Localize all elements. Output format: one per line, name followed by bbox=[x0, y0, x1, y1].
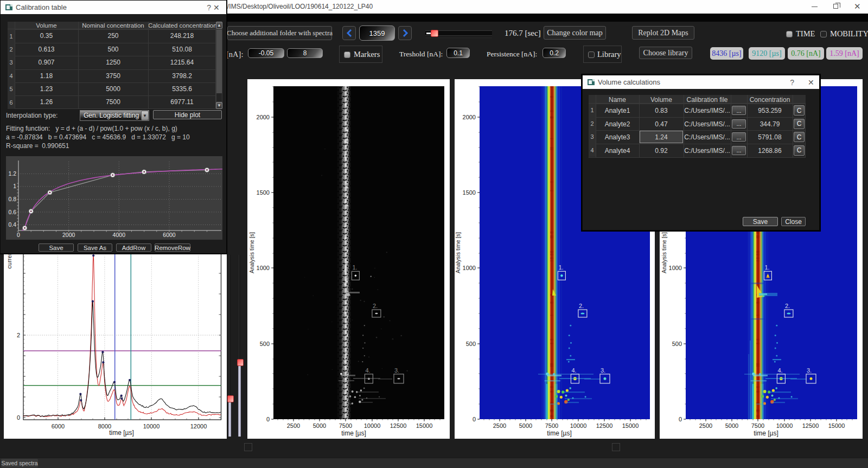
svg-text:12500: 12500 bbox=[596, 422, 613, 429]
svg-text:2000: 2000 bbox=[62, 232, 75, 238]
svg-text:10000: 10000 bbox=[570, 422, 587, 429]
svg-text:7500: 7500 bbox=[751, 422, 764, 429]
svg-text:5000: 5000 bbox=[313, 422, 326, 429]
svg-text:0.8: 0.8 bbox=[8, 196, 16, 202]
svg-text:4.: 4. bbox=[777, 367, 782, 374]
svg-text:4.: 4. bbox=[571, 367, 576, 374]
svg-text:2.: 2. bbox=[373, 303, 378, 309]
svg-text:1: 1 bbox=[13, 183, 16, 189]
svg-text:time [µs]: time [µs] bbox=[547, 429, 572, 437]
svg-text:3.: 3. bbox=[394, 367, 399, 374]
svg-text:7500: 7500 bbox=[545, 422, 558, 429]
svg-text:12500: 12500 bbox=[390, 422, 407, 429]
svg-text:0.6: 0.6 bbox=[8, 209, 16, 215]
svg-text:5000: 5000 bbox=[519, 422, 532, 429]
svg-text:1.2: 1.2 bbox=[8, 170, 16, 177]
svg-text:500: 500 bbox=[466, 341, 476, 347]
svg-text:10000: 10000 bbox=[364, 422, 381, 429]
svg-text:2500: 2500 bbox=[699, 422, 712, 429]
svg-text:1500: 1500 bbox=[257, 189, 270, 196]
svg-text:6000: 6000 bbox=[52, 423, 65, 429]
svg-text:2500: 2500 bbox=[493, 422, 506, 429]
svg-text:1.: 1. bbox=[558, 264, 563, 271]
svg-text:2.: 2. bbox=[579, 303, 584, 309]
svg-text:2500: 2500 bbox=[287, 422, 300, 429]
svg-text:0.4: 0.4 bbox=[8, 221, 16, 228]
svg-text:7500: 7500 bbox=[339, 422, 352, 429]
svg-text:time [µs]: time [µs] bbox=[754, 429, 778, 437]
svg-text:3.: 3. bbox=[601, 367, 605, 374]
svg-text:3.: 3. bbox=[807, 367, 812, 374]
svg-text:2000: 2000 bbox=[257, 114, 270, 120]
svg-text:Analysis time [s]: Analysis time [s] bbox=[455, 232, 461, 273]
svg-text:Analysis time [s]: Analysis time [s] bbox=[661, 232, 667, 273]
svg-text:15000: 15000 bbox=[416, 422, 433, 429]
svg-text:500: 500 bbox=[672, 341, 682, 347]
svg-text:time [µs]: time [µs] bbox=[341, 429, 366, 437]
svg-text:4000: 4000 bbox=[113, 232, 126, 238]
svg-text:15000: 15000 bbox=[828, 422, 845, 429]
svg-text:6000: 6000 bbox=[163, 232, 176, 238]
svg-text:12000: 12000 bbox=[190, 423, 207, 429]
svg-text:Analysis time [s]: Analysis time [s] bbox=[248, 232, 255, 273]
svg-text:1500: 1500 bbox=[463, 189, 476, 196]
svg-text:time [µs]: time [µs] bbox=[109, 429, 134, 437]
svg-text:1000: 1000 bbox=[669, 265, 682, 271]
svg-text:15000: 15000 bbox=[622, 422, 639, 429]
svg-text:1.: 1. bbox=[764, 264, 769, 271]
svg-text:0: 0 bbox=[17, 414, 20, 421]
svg-text:0: 0 bbox=[679, 416, 682, 422]
svg-text:2000: 2000 bbox=[463, 114, 476, 120]
svg-text:5000: 5000 bbox=[725, 422, 738, 429]
svg-text:10000: 10000 bbox=[143, 423, 160, 429]
svg-text:0: 0 bbox=[17, 232, 20, 238]
svg-text:10000: 10000 bbox=[776, 422, 793, 429]
svg-text:0: 0 bbox=[266, 416, 270, 422]
svg-text:12500: 12500 bbox=[802, 422, 819, 429]
svg-text:1.: 1. bbox=[352, 264, 357, 271]
svg-text:1000: 1000 bbox=[463, 265, 476, 271]
svg-text:500: 500 bbox=[260, 341, 270, 347]
svg-text:2.: 2. bbox=[785, 303, 790, 309]
svg-text:0: 0 bbox=[473, 416, 476, 422]
svg-text:2: 2 bbox=[17, 332, 20, 338]
svg-text:1000: 1000 bbox=[257, 265, 270, 271]
svg-text:4.: 4. bbox=[365, 367, 370, 374]
